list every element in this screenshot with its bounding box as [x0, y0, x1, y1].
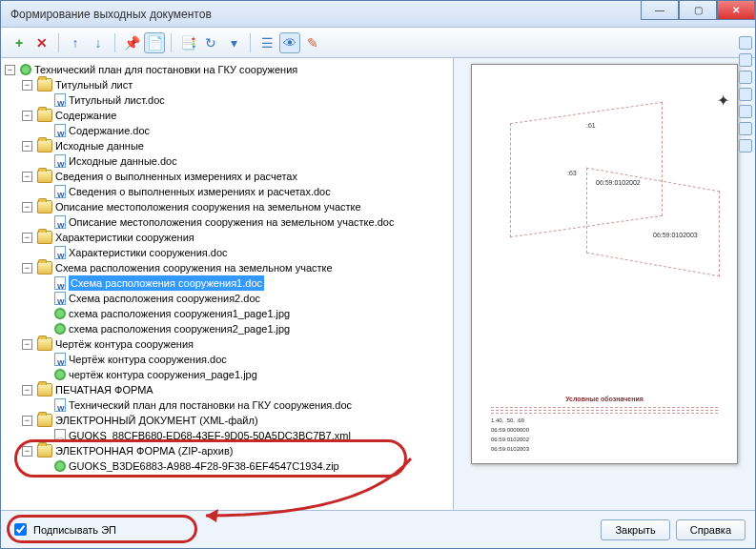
tree-label: схема расположения сооружения1_page1.jpg [69, 306, 290, 321]
tree-folder[interactable]: −Содержание [22, 108, 449, 123]
folder-icon [37, 337, 52, 351]
tree-folder[interactable]: −ЭЛЕКТРОННАЯ ФОРМА (ZIP-архив) [22, 443, 449, 458]
list-button[interactable]: ☰ [256, 32, 277, 53]
tree-label: GUOKS_88CFB680-ED68-43EF-9D05-50A5DC3BC7… [69, 428, 351, 443]
minimize-button[interactable]: — [641, 1, 679, 20]
titlebar: Формирование выходных документов — ▢ ✕ [1, 1, 755, 28]
tree-file[interactable]: Технический план для постановки на ГКУ с… [39, 397, 449, 413]
tree-label: Содержание [55, 108, 116, 123]
tree-folder[interactable]: −Исходные данные [22, 138, 449, 153]
xml-icon [54, 429, 66, 442]
preview-tool-button[interactable] [739, 139, 752, 152]
folder-icon [37, 414, 52, 427]
checkbox-text: Подписывать ЭП [33, 524, 116, 536]
maximize-button[interactable]: ▢ [679, 1, 717, 20]
folder-icon [37, 139, 52, 152]
tree-pane[interactable]: − Технический план для постановки на ГКУ… [1, 58, 453, 510]
preview-toggle-button[interactable]: 👁 [279, 32, 300, 53]
close-dialog-button[interactable]: Закрыть [601, 519, 669, 540]
tree-folder[interactable]: −Чертёж контура сооружения [22, 336, 449, 352]
tree-folder[interactable]: −Характеристики сооружения [22, 230, 449, 245]
tree-label: ЭЛЕКТРОННЫЙ ДОКУМЕНТ (XML-файл) [55, 413, 258, 428]
sign-checkbox[interactable] [14, 523, 27, 536]
expander-icon[interactable]: − [22, 446, 32, 457]
remove-button[interactable]: ✕ [31, 32, 52, 53]
tree-label: ЭЛЕКТРОННАЯ ФОРМА (ZIP-архив) [55, 443, 234, 458]
expander-icon[interactable]: − [22, 172, 32, 182]
window-title: Формирование выходных документов [10, 8, 212, 21]
folder-icon [37, 383, 52, 396]
legend-title: Условные обозначения [491, 395, 718, 404]
expander-icon[interactable]: − [22, 339, 32, 350]
tree-folder[interactable]: −Схема расположения сооружения на земель… [22, 260, 449, 275]
edit-button[interactable]: ✎ [302, 32, 323, 53]
preview-tool-button[interactable] [739, 58, 752, 67]
doc-icon [54, 185, 66, 198]
doc-icon [54, 124, 66, 137]
content: − Технический план для постановки на ГКУ… [1, 58, 755, 510]
tree-folder[interactable]: −Сведения о выполненных измерениях и рас… [22, 169, 449, 184]
refresh-button[interactable]: ↻ [200, 32, 221, 53]
add-button[interactable]: + [9, 32, 30, 53]
expander-icon[interactable]: − [22, 233, 32, 243]
preview-tool-button[interactable] [739, 88, 752, 101]
tree-label: Исходные данные.doc [69, 153, 177, 169]
window-controls: — ▢ ✕ [641, 1, 755, 20]
tree-file[interactable]: чертёж контура сооружения_page1.jpg [39, 367, 449, 382]
help-button[interactable]: Справка [676, 519, 746, 540]
legend-row: 1.40, .50, .60 [491, 416, 718, 425]
preview-tool-button[interactable] [739, 105, 752, 118]
folder-icon [37, 261, 52, 274]
expander-icon[interactable]: − [22, 385, 32, 396]
tree-label: Описание местоположения сооружения на зе… [69, 214, 394, 230]
tree-file[interactable]: Характеристики сооружения.doc [39, 245, 449, 260]
tree-label: чертёж контура сооружения_page1.jpg [69, 367, 257, 382]
tree-file-selected[interactable]: Схема расположения сооружения1.doc [39, 275, 449, 291]
preview-tool-button[interactable] [739, 122, 752, 135]
preview-tool-button[interactable] [739, 71, 752, 84]
expander-icon[interactable]: − [22, 202, 32, 213]
tree-label: Чертёж контура сооружения [55, 336, 194, 352]
expander-icon[interactable]: − [22, 141, 32, 152]
pin-button[interactable]: 📌 [121, 32, 142, 53]
page-button[interactable]: 📄 [144, 32, 165, 53]
down-button[interactable]: ↓ [88, 32, 109, 53]
cadastral-label: 06:59:0102002 [596, 179, 641, 186]
tree-folder[interactable]: −Титульный лист [22, 77, 449, 92]
tree-file[interactable]: Чертёж контура сооружения.doc [39, 352, 449, 367]
expander-icon[interactable]: − [22, 416, 32, 426]
doc-icon [54, 93, 66, 107]
expander-icon[interactable]: − [5, 65, 15, 75]
preview-pane: ✦ :61 :63 06:59:0102002 06:59:0102003 Ус… [453, 58, 755, 510]
tree-file[interactable]: схема расположения сооружения2_page1.jpg [39, 321, 449, 336]
tree-file[interactable]: GUOKS_B3DE6883-A988-4F28-9F38-6EF4547C19… [39, 458, 449, 474]
preview-toolbar [739, 58, 754, 152]
tree-folder[interactable]: −ЭЛЕКТРОННЫЙ ДОКУМЕНТ (XML-файл) [22, 413, 449, 428]
folder-icon [37, 200, 52, 214]
copy-button[interactable]: 📑 [177, 32, 198, 53]
tree-file[interactable]: Сведения о выполненных измерениях и расч… [39, 184, 449, 199]
tree-file[interactable]: Содержание.doc [39, 123, 449, 138]
sign-checkbox-label[interactable]: Подписывать ЭП [10, 520, 116, 539]
tree-file[interactable]: Описание местоположения сооружения на зе… [39, 214, 449, 230]
legend-row: 06:59:0102003 [491, 444, 718, 454]
tree-file[interactable]: Исходные данные.doc [39, 153, 449, 169]
expander-icon[interactable]: − [22, 80, 32, 91]
compass-icon: ✦ [717, 92, 729, 110]
tree-file[interactable]: Титульный лист.doc [39, 92, 449, 108]
tree-file[interactable]: GUOKS_88CFB680-ED68-43EF-9D05-50A5DC3BC7… [39, 428, 449, 443]
cadastral-label: 06:59:0102003 [653, 232, 698, 238]
up-button[interactable]: ↑ [65, 32, 86, 53]
tree-root[interactable]: − Технический план для постановки на ГКУ… [5, 62, 449, 77]
expander-icon[interactable]: − [22, 111, 32, 121]
tree-label: Технический план для постановки на ГКУ с… [69, 397, 352, 413]
tree-folder[interactable]: −Описание местоположения сооружения на з… [22, 199, 449, 214]
expander-icon[interactable]: − [22, 263, 32, 274]
tree-file[interactable]: Схема расположения сооружения2.doc [39, 291, 449, 306]
check-icon [20, 64, 31, 75]
doc-icon [54, 292, 66, 305]
check-icon [54, 369, 66, 380]
tree-folder[interactable]: −ПЕЧАТНАЯ ФОРМА [22, 382, 449, 397]
close-button[interactable]: ✕ [717, 1, 755, 20]
tree-file[interactable]: схема расположения сооружения1_page1.jpg [39, 306, 449, 321]
